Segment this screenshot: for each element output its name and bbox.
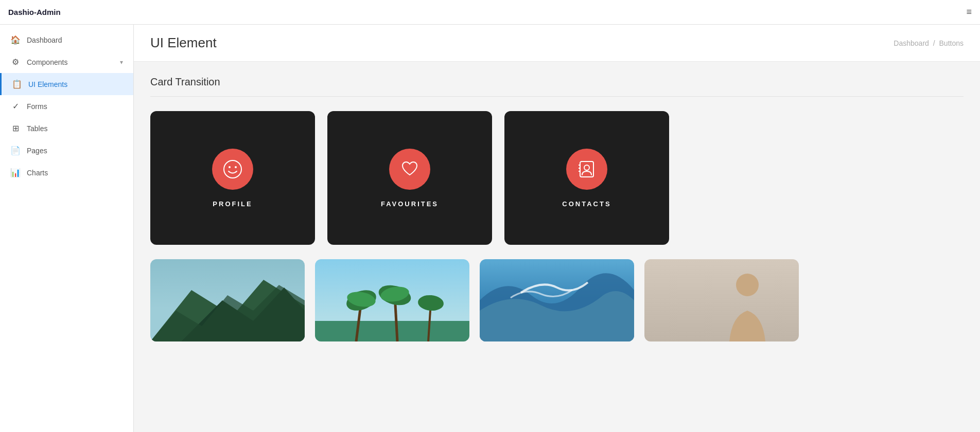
contacts-label: CONTACTS <box>562 200 611 208</box>
profile-label: PROFILE <box>213 200 252 208</box>
waves-image <box>480 259 634 341</box>
content-area: Card Transition PROFILE <box>134 62 980 356</box>
breadcrumb-current: Buttons <box>939 39 964 47</box>
layout: 🏠 Dashboard ⚙ Components ▾ 📋 UI Elements… <box>0 25 980 432</box>
sidebar-item-pages[interactable]: 📄 Pages <box>0 139 133 161</box>
sidebar-item-tables[interactable]: ⊞ Tables <box>0 117 133 139</box>
sidebar-item-components[interactable]: ⚙ Components ▾ <box>0 51 133 73</box>
image-card-mountain[interactable] <box>150 259 305 341</box>
mountain-image <box>150 259 305 341</box>
card-profile[interactable]: PROFILE <box>150 111 315 245</box>
palms-image <box>315 259 469 341</box>
sidebar-label-charts: Charts <box>27 169 123 177</box>
sidebar-label-components: Components <box>27 58 114 66</box>
menu-icon[interactable]: ≡ <box>966 7 972 17</box>
charts-icon: 📊 <box>10 168 21 177</box>
svg-rect-23 <box>644 259 799 341</box>
page-header: UI Element Dashboard / Buttons <box>134 25 980 62</box>
image-card-palms[interactable] <box>315 259 469 341</box>
card-contacts[interactable]: CONTACTS <box>504 111 669 245</box>
tables-icon: ⊞ <box>10 123 21 133</box>
person-image <box>644 259 799 341</box>
favourites-icon-circle <box>389 149 430 190</box>
gear-icon: ⚙ <box>10 57 21 67</box>
ui-elements-icon: 📋 <box>12 79 22 89</box>
svg-point-4 <box>584 165 589 170</box>
favourites-label: FAVOURITES <box>381 200 439 208</box>
svg-point-24 <box>736 274 759 296</box>
image-card-person[interactable] <box>644 259 799 341</box>
smile-icon <box>223 159 242 179</box>
sidebar-label-forms: Forms <box>27 102 123 111</box>
sidebar: 🏠 Dashboard ⚙ Components ▾ 📋 UI Elements… <box>0 25 134 432</box>
dark-card-grid: PROFILE FAVOURITES <box>150 111 964 245</box>
breadcrumb-parent: Dashboard <box>894 39 929 47</box>
chevron-down-icon: ▾ <box>120 59 123 66</box>
svg-point-0 <box>224 160 241 178</box>
sidebar-label-dashboard: Dashboard <box>27 36 123 44</box>
page-title: UI Element <box>150 35 217 51</box>
sidebar-item-ui-elements[interactable]: 📋 UI Elements <box>0 73 133 95</box>
breadcrumb: Dashboard / Buttons <box>894 39 964 47</box>
home-icon: 🏠 <box>10 35 21 45</box>
sidebar-label-ui-elements: UI Elements <box>28 80 123 88</box>
app-title: Dashio-Admin <box>8 8 960 16</box>
contacts-icon <box>577 159 597 179</box>
image-card-waves[interactable] <box>480 259 634 341</box>
svg-rect-13 <box>315 321 469 341</box>
svg-point-2 <box>235 166 237 168</box>
breadcrumb-separator: / <box>933 39 935 47</box>
svg-point-1 <box>229 166 231 168</box>
section-title: Card Transition <box>150 76 964 88</box>
contacts-icon-circle <box>566 149 607 190</box>
sidebar-item-dashboard[interactable]: 🏠 Dashboard <box>0 29 133 51</box>
topbar: Dashio-Admin ≡ <box>0 0 980 25</box>
sidebar-item-charts[interactable]: 📊 Charts <box>0 161 133 184</box>
main-content: UI Element Dashboard / Buttons Card Tran… <box>134 25 980 432</box>
card-favourites[interactable]: FAVOURITES <box>327 111 492 245</box>
profile-icon-circle <box>212 149 253 190</box>
sidebar-item-forms[interactable]: ✓ Forms <box>0 95 133 117</box>
forms-icon: ✓ <box>10 101 21 111</box>
pages-icon: 📄 <box>10 146 21 155</box>
image-card-grid <box>150 259 964 341</box>
sidebar-label-tables: Tables <box>27 124 123 133</box>
heart-icon <box>400 159 419 179</box>
sidebar-label-pages: Pages <box>27 147 123 155</box>
section-divider <box>150 96 964 97</box>
